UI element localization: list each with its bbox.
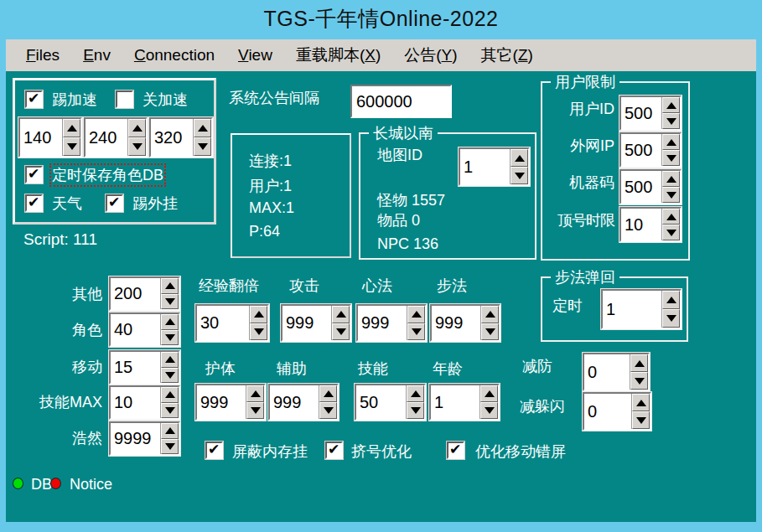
- bufa-spinner[interactable]: 999: [430, 304, 500, 342]
- spinner-value[interactable]: 999: [432, 306, 480, 340]
- spinner-value[interactable]: 0: [584, 394, 631, 429]
- role-spinner[interactable]: 40: [109, 312, 180, 347]
- spin-up-button[interactable]: [246, 385, 264, 402]
- spin-down-button[interactable]: [630, 372, 648, 390]
- spin-down-button[interactable]: [480, 402, 498, 419]
- speed-spinner-1[interactable]: 140: [18, 117, 82, 158]
- spin-up-button[interactable]: [161, 387, 179, 403]
- spinner-value[interactable]: 999: [358, 306, 407, 340]
- timer-spinner[interactable]: 1: [601, 289, 682, 329]
- spin-down-button[interactable]: [332, 323, 350, 341]
- save-role-db-checkbox[interactable]: [25, 166, 43, 183]
- machine-code-spinner[interactable]: 500: [619, 169, 682, 204]
- spinner-value[interactable]: 0: [584, 354, 630, 390]
- spin-up-button[interactable]: [480, 385, 498, 402]
- exp-multiplier-spinner[interactable]: 30: [195, 304, 269, 342]
- spin-up-button[interactable]: [161, 352, 179, 368]
- spin-up-button[interactable]: [161, 278, 179, 294]
- spinner-value[interactable]: 50: [356, 385, 406, 419]
- spin-down-button[interactable]: [128, 137, 146, 156]
- spin-down-button[interactable]: [319, 402, 337, 419]
- spin-down-button[interactable]: [250, 323, 267, 341]
- spin-down-button[interactable]: [407, 402, 424, 419]
- speed-spinner-2[interactable]: 240: [84, 117, 148, 158]
- spinner-value[interactable]: 15: [111, 352, 160, 383]
- kick-accel-checkbox[interactable]: [25, 90, 43, 108]
- spin-down-button[interactable]: [662, 150, 680, 166]
- spin-up-button[interactable]: [407, 306, 425, 323]
- spin-down-button[interactable]: [161, 403, 179, 419]
- wan-ip-spinner[interactable]: 500: [619, 132, 682, 168]
- spinner-value[interactable]: 999: [270, 385, 319, 419]
- spinner-value[interactable]: 1: [431, 385, 479, 419]
- menu-files[interactable]: Files: [14, 46, 71, 65]
- menu-env[interactable]: Env: [71, 46, 122, 65]
- spinner-value[interactable]: 30: [197, 306, 249, 340]
- spin-up-button[interactable]: [662, 97, 680, 113]
- spinner-value[interactable]: 40: [111, 314, 160, 345]
- spinner-value[interactable]: 1: [460, 149, 510, 184]
- spin-up-button[interactable]: [332, 306, 350, 323]
- speed-spinner-3[interactable]: 320: [149, 117, 213, 158]
- spin-down-button[interactable]: [194, 137, 211, 156]
- menu-connection[interactable]: Connection: [122, 46, 226, 65]
- age-spinner[interactable]: 1: [429, 384, 500, 421]
- spinner-value[interactable]: 10: [621, 209, 661, 240]
- move-spinner[interactable]: 15: [109, 350, 180, 385]
- menu-other[interactable]: 其它(Z): [469, 44, 545, 66]
- title-bar[interactable]: TGS-千年情Online-2022: [0, 0, 762, 37]
- spinner-value[interactable]: 500: [621, 171, 661, 203]
- spin-up-button[interactable]: [662, 171, 680, 187]
- map-id-spinner[interactable]: 1: [459, 147, 530, 186]
- block-memory-hack-checkbox[interactable]: [205, 442, 223, 459]
- spinner-value[interactable]: 500: [621, 97, 661, 129]
- weather-checkbox[interactable]: [25, 194, 43, 212]
- spin-up-button[interactable]: [128, 119, 146, 137]
- haoran-spinner[interactable]: 9999: [109, 421, 180, 456]
- other-spinner[interactable]: 200: [109, 276, 180, 311]
- spin-down-button[interactable]: [63, 137, 80, 156]
- huti-spinner[interactable]: 999: [195, 384, 266, 421]
- attack-spinner[interactable]: 999: [281, 304, 351, 342]
- spinner-value[interactable]: 999: [197, 385, 246, 419]
- spin-up-button[interactable]: [481, 306, 499, 323]
- spinner-value[interactable]: 9999: [111, 423, 160, 454]
- spin-down-button[interactable]: [662, 187, 680, 203]
- spin-down-button[interactable]: [481, 323, 499, 341]
- optimize-move-screen-checkbox[interactable]: [447, 442, 464, 459]
- spin-up-button[interactable]: [161, 423, 179, 439]
- skill-spinner[interactable]: 50: [355, 384, 426, 421]
- spin-down-button[interactable]: [662, 113, 680, 129]
- spin-up-button[interactable]: [632, 394, 650, 411]
- menu-reload-script[interactable]: 重载脚本(X): [284, 44, 392, 66]
- kick-cheat-checkbox[interactable]: [106, 194, 123, 212]
- spin-up-button[interactable]: [662, 291, 680, 309]
- login-limit-spinner[interactable]: 10: [619, 207, 682, 242]
- menu-view[interactable]: View: [226, 46, 284, 65]
- spin-down-button[interactable]: [246, 402, 264, 419]
- spin-down-button[interactable]: [161, 294, 179, 310]
- spin-up-button[interactable]: [194, 119, 211, 137]
- spin-up-button[interactable]: [630, 354, 648, 372]
- spin-up-button[interactable]: [662, 209, 680, 225]
- squeeze-optimize-checkbox[interactable]: [325, 442, 343, 459]
- spinner-value[interactable]: 320: [151, 119, 193, 156]
- spin-up-button[interactable]: [63, 119, 80, 137]
- skill-max-spinner[interactable]: 10: [109, 385, 180, 420]
- spin-up-button[interactable]: [407, 385, 424, 402]
- spin-down-button[interactable]: [511, 167, 528, 184]
- menu-announce[interactable]: 公告(Y): [392, 44, 469, 66]
- spin-down-button[interactable]: [161, 330, 179, 346]
- spinner-value[interactable]: 1: [603, 291, 661, 328]
- spinner-value[interactable]: 500: [621, 134, 661, 166]
- reduce-dodge-spinner[interactable]: 0: [583, 392, 651, 431]
- spinner-value[interactable]: 240: [86, 119, 127, 156]
- spin-up-button[interactable]: [662, 134, 680, 150]
- fuzhu-spinner[interactable]: 999: [268, 384, 339, 421]
- spin-up-button[interactable]: [319, 385, 337, 402]
- spinner-value[interactable]: 140: [20, 119, 62, 156]
- xinfa-spinner[interactable]: 999: [356, 304, 427, 342]
- close-accel-checkbox[interactable]: [116, 90, 133, 108]
- spin-up-button[interactable]: [250, 306, 267, 323]
- spin-down-button[interactable]: [161, 439, 179, 455]
